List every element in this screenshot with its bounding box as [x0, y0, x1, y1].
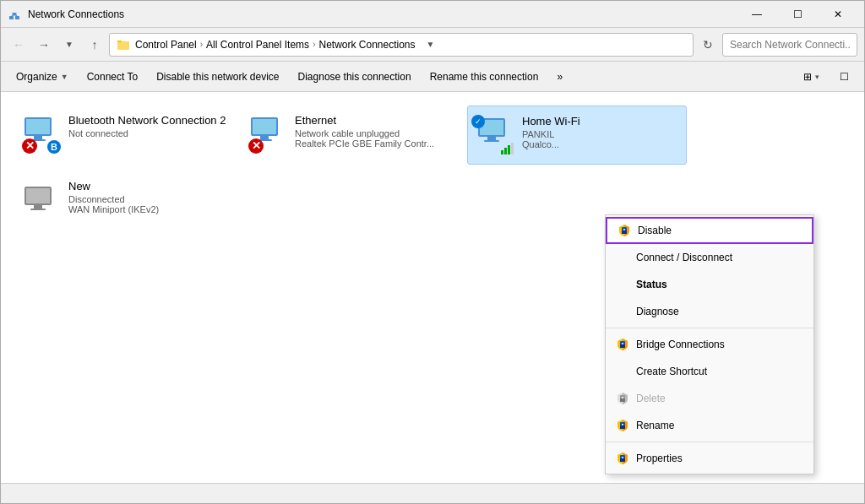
title-bar-controls: — ☐ ✕ [737, 1, 857, 28]
list-item[interactable]: ✕ B Bluetooth Network Connection 2 Not c… [14, 106, 234, 165]
ctx-separator-2 [606, 442, 813, 442]
view-options-button[interactable]: ⊞ ▾ [795, 65, 828, 89]
bluetooth-icon-wrap: ✕ B [21, 114, 62, 154]
breadcrumb-network-connections[interactable]: Network Connections [318, 39, 415, 51]
svg-rect-32 [26, 188, 50, 203]
address-box[interactable]: Control Panel › All Control Panel Items … [109, 33, 694, 57]
svg-rect-7 [117, 41, 122, 42]
close-button[interactable]: ✕ [819, 1, 857, 28]
breadcrumb-control-panel[interactable]: Control Panel [135, 39, 197, 51]
svg-rect-30 [511, 143, 514, 154]
svg-rect-27 [501, 150, 503, 154]
shield-delete-icon [616, 392, 629, 405]
ctx-separator-1 [606, 328, 813, 328]
selected-check-icon: ✓ [471, 115, 485, 128]
wifi-net-info: Home Wi-Fi PANKIL Qualco... [522, 115, 679, 149]
toolbar: Organize ▼ Connect To Disable this netwo… [1, 62, 864, 92]
search-input[interactable] [722, 33, 857, 57]
wifi-icon-wrap: ✓ [475, 115, 515, 155]
ethernet-net-status: Network cable unplugged [295, 128, 454, 138]
status-bar [1, 483, 864, 503]
ctx-diagnose[interactable]: Diagnose [606, 298, 813, 325]
svg-rect-34 [30, 209, 46, 210]
up-button[interactable]: ↑ [84, 34, 106, 56]
svg-rect-45 [620, 425, 625, 429]
maximize-button[interactable]: ☐ [778, 1, 817, 28]
svg-rect-6 [117, 41, 129, 50]
wan-net-name: New [68, 180, 227, 192]
shield-rename-icon [616, 419, 629, 432]
recent-button[interactable]: ▼ [58, 34, 80, 56]
svg-text:✕: ✕ [25, 139, 35, 152]
ctx-rename[interactable]: Rename [606, 412, 813, 439]
svg-point-37 [623, 229, 625, 230]
list-item[interactable]: New Disconnected WAN Miniport (IKEv2) [14, 171, 234, 230]
ctx-status[interactable]: Status [606, 271, 813, 298]
diagnose-button[interactable]: Diagnose this connection [290, 65, 420, 89]
disable-network-button[interactable]: Disable this network device [148, 65, 287, 89]
ctx-bridge[interactable]: Bridge Connections [606, 331, 813, 358]
address-bar: ← → ▼ ↑ Control Panel › All Control Pane… [1, 28, 864, 62]
wan-icon-wrap [21, 180, 62, 220]
title-bar: Network Connections — ☐ ✕ [1, 1, 864, 28]
svg-rect-28 [504, 148, 507, 154]
breadcrumb: Control Panel › All Control Panel Items … [135, 39, 416, 51]
svg-rect-10 [26, 119, 50, 134]
shield-properties-icon [616, 452, 629, 465]
ctx-delete-label: Delete [636, 393, 666, 404]
wan-net-info: New Disconnected WAN Miniport (IKEv2) [68, 180, 227, 214]
content-area: ✕ B Bluetooth Network Connection 2 Not c… [1, 92, 864, 483]
connect-to-button[interactable]: Connect To [79, 65, 147, 89]
rename-connection-button[interactable]: Rename this connection [422, 65, 547, 89]
wifi-net-status: PANKIL [522, 129, 679, 139]
ctx-create-shortcut[interactable]: Create Shortcut [606, 358, 813, 385]
svg-rect-18 [253, 119, 276, 134]
list-item[interactable]: ✓ Home Wi-Fi PANKIL Qualco... [467, 106, 687, 165]
wifi-bars-icon [500, 140, 515, 155]
svg-point-40 [622, 343, 623, 344]
pane-button[interactable]: ☐ [831, 65, 857, 89]
ctx-delete: Delete [606, 385, 813, 412]
ctx-connect-label: Connect / Disconnect [636, 252, 732, 263]
svg-rect-25 [487, 137, 496, 140]
svg-rect-48 [620, 458, 625, 462]
minimize-button[interactable]: — [737, 1, 776, 28]
forward-button[interactable]: → [33, 34, 55, 56]
window-title: Network Connections [28, 8, 124, 20]
ethernet-net-detail: Realtek PCIe GBE Family Contr... [295, 138, 454, 149]
svg-rect-36 [622, 230, 627, 234]
ctx-connect-disconnect[interactable]: Connect / Disconnect [606, 244, 813, 271]
breadcrumb-all-items[interactable]: All Control Panel Items [206, 39, 309, 51]
shield-bridge-icon [616, 338, 629, 351]
ctx-properties-label: Properties [636, 453, 683, 464]
bluetooth-badge-icon: B [46, 139, 62, 154]
organize-button[interactable]: Organize ▼ [8, 65, 77, 89]
ctx-properties[interactable]: Properties [606, 445, 813, 472]
address-dropdown-button[interactable]: ▼ [421, 34, 441, 56]
ctx-bridge-label: Bridge Connections [636, 339, 725, 350]
svg-line-5 [14, 14, 18, 16]
svg-text:B: B [51, 142, 57, 152]
wan-net-status: Disconnected [68, 194, 227, 204]
shield-disable-icon [617, 224, 631, 237]
ctx-rename-label: Rename [636, 420, 674, 431]
bluetooth-net-status: Not connected [68, 128, 227, 138]
wifi-net-detail: Qualco... [522, 139, 679, 149]
bluetooth-net-name: Bluetooth Network Connection 2 [68, 114, 227, 127]
bluetooth-net-info: Bluetooth Network Connection 2 Not conne… [68, 114, 227, 138]
svg-point-49 [622, 457, 623, 458]
toolbar-right: ⊞ ▾ ☐ [795, 65, 857, 89]
ctx-shortcut-label: Create Shortcut [636, 366, 707, 377]
refresh-button[interactable]: ↻ [697, 34, 719, 56]
svg-rect-39 [620, 344, 625, 348]
ctx-status-label: Status [636, 279, 667, 290]
back-button[interactable]: ← [8, 34, 30, 56]
title-bar-left: Network Connections [8, 8, 124, 21]
ethernet-error-icon: ✕ [248, 138, 264, 154]
ctx-disable[interactable]: Disable [606, 217, 813, 244]
list-item[interactable]: ✕ Ethernet Network cable unplugged Realt… [241, 106, 460, 165]
more-options-button[interactable]: » [548, 65, 571, 89]
svg-rect-8 [117, 40, 130, 41]
svg-rect-42 [620, 398, 625, 402]
context-menu: Disable Connect / Disconnect Status Diag… [605, 214, 814, 474]
